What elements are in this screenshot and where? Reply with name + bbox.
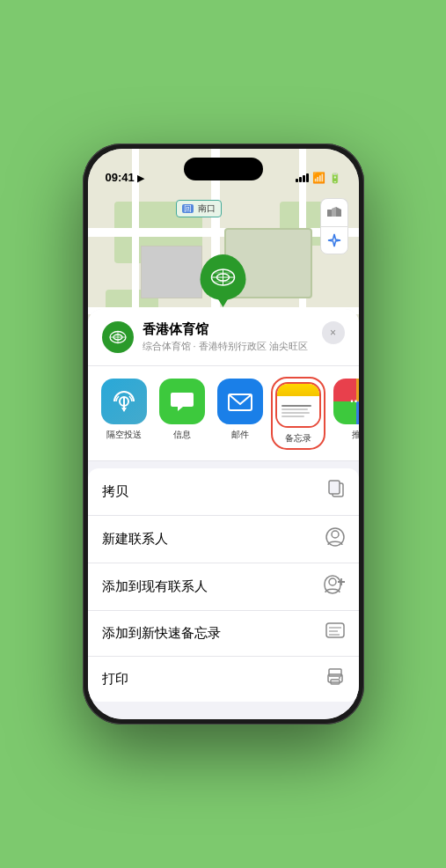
airdrop-label: 隔空投送 [106, 429, 142, 441]
wifi-icon: 📶 [312, 172, 325, 184]
status-icons: 📶 🔋 [296, 172, 341, 186]
place-header: 香港体育馆 综合体育馆 · 香港特别行政区 油尖旺区 × [88, 309, 359, 366]
add-quick-note-label: 添加到新快速备忘录 [102, 625, 221, 642]
action-print[interactable]: 打印 [88, 657, 359, 702]
location-button[interactable] [320, 226, 348, 254]
svg-marker-15 [121, 408, 127, 412]
pin-icon [201, 254, 246, 300]
new-contact-icon [325, 527, 345, 551]
notes-icon [275, 382, 321, 428]
notes-label: 备忘录 [285, 432, 311, 445]
svg-point-21 [329, 578, 336, 585]
svg-marker-2 [336, 207, 341, 217]
place-info: 香港体育馆 综合体育馆 · 香港特别行政区 油尖旺区 [143, 321, 313, 353]
phone-screen: 09:41 ▶ 📶 🔋 [88, 149, 359, 719]
more-label: 推 [352, 429, 359, 441]
action-copy[interactable]: 拷贝 [88, 468, 359, 516]
battery-icon: 🔋 [329, 173, 341, 184]
new-contact-label: 新建联系人 [102, 531, 168, 548]
map-location-label: 回 南口 [176, 200, 223, 217]
phone-frame: 09:41 ▶ 📶 🔋 [83, 143, 364, 725]
close-button[interactable]: × [322, 321, 345, 344]
svg-rect-18 [329, 481, 340, 494]
action-new-contact[interactable]: 新建联系人 [88, 516, 359, 563]
svg-rect-29 [329, 669, 341, 676]
mail-label: 邮件 [231, 429, 249, 441]
map-controls [320, 198, 348, 254]
action-list: 拷贝 新建联系人 [88, 468, 359, 702]
share-apps-row: 隔空投送 信息 [88, 366, 359, 461]
signal-icon [296, 173, 309, 182]
messages-label: 信息 [173, 429, 191, 441]
svg-point-32 [339, 677, 340, 679]
share-app-mail[interactable]: 邮件 [215, 379, 266, 448]
add-existing-label: 添加到现有联系人 [102, 578, 208, 595]
copy-icon [327, 480, 345, 504]
print-icon [325, 668, 345, 690]
messages-icon [159, 379, 205, 424]
svg-rect-0 [327, 210, 332, 217]
add-existing-icon [324, 575, 345, 599]
place-description: 综合体育馆 · 香港特别行政区 油尖旺区 [143, 340, 313, 353]
dynamic-island [184, 158, 263, 180]
share-app-airdrop[interactable]: 隔空投送 [99, 379, 150, 448]
print-label: 打印 [102, 671, 128, 688]
airdrop-icon [101, 379, 147, 424]
copy-label: 拷贝 [102, 483, 128, 500]
location-icon: ▶ [137, 173, 144, 184]
place-name: 香港体育馆 [143, 321, 313, 338]
place-avatar [102, 321, 134, 353]
add-quick-note-icon [325, 622, 345, 644]
action-add-existing-contact[interactable]: 添加到现有联系人 [88, 563, 359, 611]
share-app-messages[interactable]: 信息 [157, 379, 208, 448]
status-time: 09:41 [106, 171, 135, 186]
map-type-button[interactable] [320, 198, 348, 226]
action-add-quick-note[interactable]: 添加到新快速备忘录 [88, 611, 359, 657]
svg-marker-1 [332, 207, 336, 217]
bottom-sheet: 香港体育馆 综合体育馆 · 香港特别行政区 油尖旺区 × [88, 309, 359, 719]
share-app-more[interactable]: ··· 推 [331, 379, 359, 448]
more-icon: ··· [333, 379, 359, 424]
share-app-notes[interactable]: 备忘录 [273, 379, 324, 448]
mail-icon [217, 379, 263, 424]
svg-point-19 [332, 531, 339, 538]
